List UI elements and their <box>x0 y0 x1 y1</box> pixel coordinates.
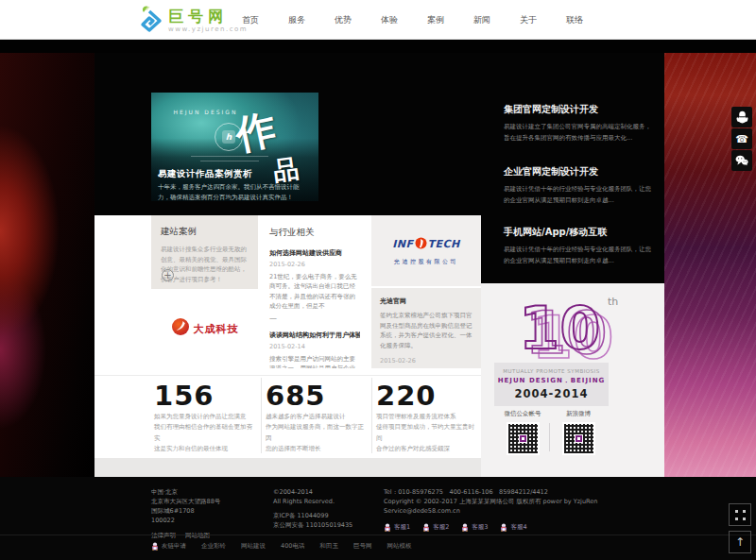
friend-link[interactable]: 网站建设 <box>241 542 266 551</box>
qq-service-4[interactable]: 客服4 <box>500 522 526 532</box>
background-photo-left <box>0 53 94 477</box>
wechat-qr-code <box>508 424 538 453</box>
friend-link[interactable]: 网站模板 <box>387 542 411 551</box>
anniversary-years: 2004-2014 <box>494 387 609 400</box>
anniversary-brand: HEJUN DESIGN．BEIJING <box>494 376 609 385</box>
friend-link[interactable]: 巨号网 <box>353 542 372 551</box>
stat-text-line: 使得项目更加成功，节约大量宝贵时间 <box>376 422 480 444</box>
article-title[interactable]: 如何选择网站建设供应商 <box>269 248 360 258</box>
icp-number[interactable]: 京ICP备 11044099 <box>273 511 352 520</box>
weibo-qr-block: 新浪微博 <box>552 410 605 453</box>
signing-news-card: 光迪官网 签约北京紫檀地产公司旗下项目官网及住型商品房在线申购信息登记系统，并为… <box>371 288 481 368</box>
stat-text-line: 作为网站建设服务商，而这一数字正因 <box>266 422 369 444</box>
article-excerpt: 搜索引擎是用户访问网站的主要渠道之一，用网站是用户与企业相互沟通的桥梁，无论是搜… <box>269 354 360 368</box>
footer-tel: Tel：010-85976275 400-6116-106 85984212/4… <box>384 487 597 497</box>
service-block-corporate-site: 企业官网定制设计开发 易建设计凭借十年的行业经验与专业化服务团队，让您的企业官网… <box>504 165 655 206</box>
news-heading: 与行业相关 <box>269 227 360 239</box>
nav-item-advantage[interactable]: 优势 <box>335 14 352 26</box>
qq-service-1[interactable]: 客服1 <box>384 522 410 532</box>
stat-text-line: 项目管理标准及服务流程体系 <box>376 412 480 422</box>
service-block-group-site: 集团官网定制设计开发 易建设计建立了集团公司官网专属的高端定制化服务，旨在提升各… <box>504 103 655 144</box>
footer-contact-column: Tel：010-85976275 400-6116-106 85984212/4… <box>384 487 597 532</box>
service-description: 易建设计凭借十年的行业经验与专业化服务团队，让您的企业官网从满足预期目标到走向卓… <box>504 184 655 206</box>
friend-links-row: 友链申请 企业彩铃 网站建设 400电话 和田玉 巨号网 网站模板 <box>151 542 411 551</box>
police-number[interactable]: 京公网安备 110105019435 <box>273 520 352 530</box>
qr-divider <box>549 423 550 451</box>
nav-item-cases[interactable]: 案例 <box>427 14 444 26</box>
more-cases-button[interactable]: + <box>162 269 174 281</box>
qq-penguin-icon <box>461 523 469 532</box>
phone-contact-button[interactable]: ☎ <box>731 128 752 149</box>
news-article: 如何选择网站建设供应商 2015-02-26 21世纪，要么电子商务，要么无商可… <box>269 248 360 323</box>
legal-notice-link[interactable]: 法律声明 <box>151 531 176 540</box>
footer-email[interactable]: Service@dede58.com.cn <box>384 506 597 516</box>
service-title[interactable]: 企业官网定制设计开发 <box>504 165 655 178</box>
infotech-logo-disc-icon <box>415 235 427 253</box>
nav-item-news[interactable]: 新闻 <box>473 14 490 26</box>
dacheng-logo-text: 大成科技 <box>194 322 239 336</box>
nav-item-experience[interactable]: 体验 <box>381 14 398 26</box>
stat-text-line: 合作过的客户对此感受颇深 <box>376 444 480 454</box>
infotech-logo-text-right: TECH <box>428 238 460 250</box>
footer-line: 国际城6#1708 <box>151 506 220 516</box>
case-intro-card: 建站案例 易建设计搜集众多行业最无敌的创意、最精美的视觉、最具国际化的意识和前瞻… <box>151 215 258 289</box>
footer-line: 中国·北京 <box>151 487 220 497</box>
main-nav: 首页 服务 优势 体验 案例 新闻 关于 联络 <box>242 0 583 40</box>
fullscreen-button[interactable] <box>729 503 751 526</box>
client-card-dacheng[interactable]: 大成科技 <box>151 289 258 368</box>
article-excerpt: 21世纪，要么电子商务，要么无商可务。这句话出自谁口我已经不清楚，并且他的话还有… <box>269 272 360 312</box>
friend-link[interactable]: 和田玉 <box>319 542 338 551</box>
qq-penguin-icon <box>384 523 391 532</box>
qq-contact-button[interactable] <box>731 107 752 127</box>
logo-title: 巨号网 <box>168 8 248 25</box>
wechat-contact-button[interactable] <box>731 150 752 171</box>
sitemap-link[interactable]: 网站地图 <box>185 531 210 540</box>
nav-item-home[interactable]: 首页 <box>242 14 259 26</box>
anniversary-box: MUTUALLY PROMOTE SYMBIOSIS HEJUN DESIGN．… <box>494 363 609 406</box>
qq-icon <box>736 110 748 124</box>
stats-vertical-divider <box>371 378 372 453</box>
client-card-infotech[interactable]: INF TECH 光迪控股有限公司 <box>371 215 481 286</box>
qr-center-logo <box>519 434 527 443</box>
footer-address-column: 中国·北京 北京市大兴区大望路88号 国际城6#1708 100022 法律声明… <box>151 487 220 540</box>
nav-item-about[interactable]: 关于 <box>520 14 537 26</box>
stats-divider-line <box>94 375 481 376</box>
svg-text:th: th <box>608 296 618 308</box>
header-black-strip <box>0 40 756 53</box>
showcase-banner[interactable]: HEJUN DESIGN h 作 品 易建设计作品案例赏析 十年来，服务客户达四… <box>151 93 318 201</box>
friend-link-apply[interactable]: 友链申请 <box>151 542 186 551</box>
nav-item-contact[interactable]: 联络 <box>566 14 583 26</box>
friend-link-label: 友链申请 <box>162 542 186 551</box>
footer-line: 100022 <box>151 516 220 525</box>
qq-service-2[interactable]: 客服2 <box>422 522 449 532</box>
article-date: 2015-02-26 <box>269 261 360 268</box>
back-to-top-button[interactable]: ↑ <box>729 531 751 553</box>
article-title[interactable]: 谈谈网站结构如何利于用户体验... <box>269 331 360 340</box>
qq-penguin-icon <box>422 523 430 532</box>
friend-link[interactable]: 400电话 <box>281 542 304 551</box>
stats-vertical-divider <box>261 378 262 453</box>
banner-deco-line <box>200 161 259 161</box>
case-heading: 建站案例 <box>161 226 249 238</box>
site-logo[interactable]: 巨号网 www.yzjuren.com <box>135 4 248 38</box>
service-title[interactable]: 集团官网定制设计开发 <box>504 103 655 116</box>
nav-item-services[interactable]: 服务 <box>288 14 305 26</box>
banner-title: 易建设计作品案例赏析 <box>158 168 252 180</box>
industry-news-column: 与行业相关 如何选择网站建设供应商 2015-02-26 21世纪，要么电子商务… <box>260 215 369 368</box>
bottom-gray-band <box>94 458 481 477</box>
up-arrow-icon: ↑ <box>735 536 745 548</box>
qq-service-label: 客服2 <box>433 522 449 532</box>
article-more-dash[interactable]: — <box>269 314 360 323</box>
service-title[interactable]: 手机网站/App/移动互联 <box>504 226 655 239</box>
stat-text-line: 越来越多的客户选择易建设计 <box>266 412 369 422</box>
stat-value: 685 <box>266 382 369 412</box>
friend-link[interactable]: 企业彩铃 <box>201 542 226 551</box>
qq-service-3[interactable]: 客服3 <box>461 522 488 532</box>
wechat-icon <box>735 155 748 166</box>
stat-value: 156 <box>154 382 258 412</box>
banner-description: 十年来，服务客户达四百余家。我们从不吝惜设计能力，确保精选案例百分百均为易建设计… <box>158 182 301 201</box>
weibo-qr-code <box>564 424 593 453</box>
logo-icon <box>135 4 163 38</box>
article-title[interactable]: 光迪官网 <box>380 297 472 306</box>
logo-url: www.yzjuren.com <box>168 25 248 33</box>
